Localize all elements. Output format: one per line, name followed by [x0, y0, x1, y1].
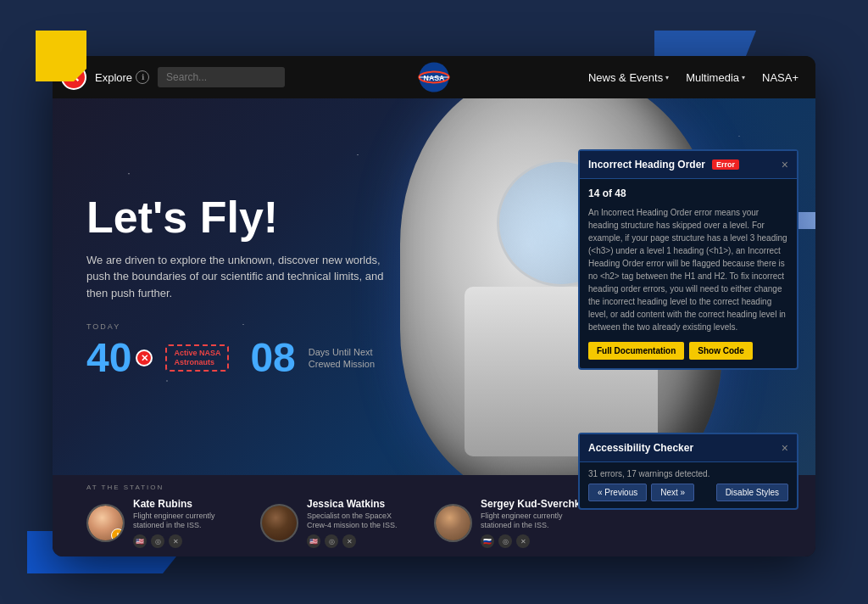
disable-styles-button[interactable]: Disable Styles	[716, 484, 788, 501]
hero-stats: 40 ✕ Active NASA Astronauts 08 Days Unti…	[86, 338, 392, 378]
error-badge: Error	[712, 159, 739, 170]
sticky-note	[36, 31, 86, 81]
accessibility-checker-panel: Accessibility Checker × 31 errors, 17 wa…	[578, 433, 798, 510]
instagram-icon-jessica[interactable]: ◎	[325, 534, 338, 548]
nasa-website: ✕ Explore ℹ NASA	[53, 56, 815, 556]
error-description: An Incorrect Heading Order error means y…	[588, 206, 788, 333]
error-panel-close-button[interactable]: ×	[782, 158, 788, 171]
hero-title: Let's Fly!	[86, 195, 392, 239]
info-icon: ℹ	[136, 70, 149, 84]
avatar-sergey	[434, 504, 472, 542]
astronaut-name-sergey: Sergey Kud-Sverchkov	[481, 498, 592, 510]
nav-link-news-events[interactable]: News & Events ▾	[588, 71, 669, 84]
a11y-panel-title: Accessibility Checker	[588, 442, 693, 454]
social-icons-kate: 🇺🇸 ◎ ✕	[133, 534, 235, 548]
a11y-status-text: 31 errors, 17 warnings detected.	[588, 469, 788, 478]
flag-icon-kate: 🇺🇸	[133, 534, 147, 548]
instagram-icon-kate[interactable]: ◎	[151, 534, 164, 548]
today-label: TODAY	[86, 322, 392, 331]
a11y-panel-body: 31 errors, 17 warnings detected. « Previ…	[580, 462, 797, 508]
astronaut-desc-jessica: Specialist on the SpaceX Crew-4 mission …	[307, 512, 409, 531]
full-documentation-button[interactable]: Full Documentation	[588, 342, 684, 360]
astronaut-card-jessica: Jessica Watkins Specialist on the SpaceX…	[260, 498, 409, 548]
previous-error-button[interactable]: « Previous	[588, 484, 647, 501]
a11y-panel-close-button[interactable]: ×	[782, 441, 788, 455]
astronaut-card-sergey: Sergey Kud-Sverchkov Flight engineer cur…	[434, 498, 592, 548]
explore-nav[interactable]: Explore ℹ	[95, 70, 149, 84]
outer-wrapper: ✕ Explore ℹ NASA	[27, 31, 841, 573]
astronaut-info-jessica: Jessica Watkins Specialist on the SpaceX…	[307, 498, 409, 548]
social-icons-jessica: 🇺🇸 ◎ ✕	[307, 534, 409, 548]
astronaut-card-kate: ! Kate Rubins Flight engineer currently …	[86, 498, 235, 548]
error-panel-body: 14 of 48 An Incorrect Heading Order erro…	[580, 179, 797, 368]
error-panel-header: Incorrect Heading Order Error ×	[580, 151, 797, 179]
stat1-number: 40	[86, 338, 131, 378]
twitter-icon-kate[interactable]: ✕	[169, 534, 182, 548]
flag-icon-sergey: 🇷🇺	[481, 534, 494, 548]
astronaut-name-jessica: Jessica Watkins	[307, 498, 409, 510]
browser-frame: ✕ Explore ℹ NASA	[53, 56, 815, 556]
instagram-icon-sergey[interactable]: ◎	[498, 534, 512, 548]
astronaut-desc-sergey: Flight engineer currently stationed in t…	[481, 512, 582, 531]
error-action-buttons: Full Documentation Show Code	[588, 342, 788, 360]
nav-right-links: News & Events ▾ Multimedia ▾ NASA+	[588, 71, 798, 84]
explore-label: Explore	[95, 71, 132, 84]
hero-content: Let's Fly! We are driven to explore the …	[53, 170, 426, 405]
warning-badge-kate: !	[111, 528, 125, 542]
nasa-logo: NASA	[417, 60, 451, 94]
stat1-error-icon: ✕	[136, 350, 153, 366]
nav-link-multimedia[interactable]: Multimedia ▾	[686, 71, 745, 84]
stat2-number: 08	[250, 338, 295, 378]
error-panel-title: Incorrect Heading Order	[588, 159, 705, 171]
astronaut-name-kate: Kate Rubins	[133, 498, 235, 510]
chevron-down-icon-2: ▾	[742, 74, 745, 81]
navigation-bar: ✕ Explore ℹ NASA	[53, 56, 815, 98]
show-code-button[interactable]: Show Code	[689, 342, 752, 360]
avatar-jessica	[260, 504, 298, 542]
error-count: 14 of 48	[588, 187, 788, 199]
astronaut-info-sergey: Sergey Kud-Sverchkov Flight engineer cur…	[481, 498, 592, 548]
error-panel: Incorrect Heading Order Error × 14 of 48…	[578, 149, 798, 370]
astronaut-info-kate: Kate Rubins Flight engineer currently st…	[133, 498, 235, 548]
next-error-button[interactable]: Next »	[651, 484, 694, 501]
search-input[interactable]	[158, 67, 285, 87]
a11y-navigation-buttons: « Previous Next » Disable Styles	[588, 484, 788, 501]
avatar-kate: !	[86, 504, 125, 542]
twitter-icon-jessica[interactable]: ✕	[342, 534, 356, 548]
a11y-panel-header: Accessibility Checker ×	[580, 434, 797, 462]
hero-subtitle: We are driven to explore the unknown, di…	[86, 252, 392, 302]
stat-astronauts: 40 ✕	[86, 338, 153, 378]
avatar-jessica-image	[262, 506, 297, 540]
chevron-down-icon: ▾	[665, 74, 669, 81]
astronaut-badge: Active NASA Astronauts	[165, 344, 229, 372]
stat2-label: Days Until Next Crewed Mission	[309, 346, 376, 371]
social-icons-sergey: 🇷🇺 ◎ ✕	[481, 534, 592, 548]
hero-section: Let's Fly! We are driven to explore the …	[53, 98, 815, 475]
flag-icon-jessica: 🇺🇸	[307, 534, 320, 548]
nav-link-nasaplus[interactable]: NASA+	[762, 71, 798, 84]
avatar-sergey-image	[436, 506, 470, 540]
twitter-icon-sergey[interactable]: ✕	[516, 534, 530, 548]
astronaut-desc-kate: Flight engineer currently stationed in t…	[133, 512, 235, 531]
